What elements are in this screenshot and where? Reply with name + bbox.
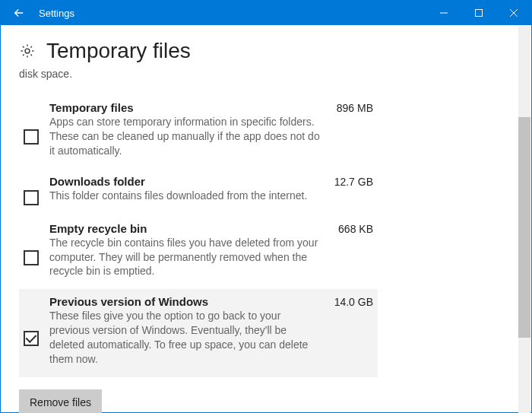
checkbox-temporary-files[interactable] — [24, 129, 39, 145]
gear-icon — [19, 43, 36, 59]
item-label: Downloads folder — [49, 175, 145, 188]
checkbox-downloads-folder[interactable] — [24, 190, 39, 205]
item-size: 668 KB — [323, 223, 373, 235]
scrollbar-thumb[interactable] — [518, 117, 530, 338]
item-size: 896 MB — [321, 102, 373, 114]
page-header: Temporary files — [19, 39, 513, 63]
item-label: Previous version of Windows — [49, 295, 208, 308]
item-temporary-files: Temporary files 896 MB Apps can store te… — [19, 95, 378, 169]
back-button[interactable] — [1, 1, 37, 25]
titlebar: Settings — [1, 1, 531, 25]
checkbox-previous-windows[interactable] — [24, 331, 39, 346]
minimize-button[interactable] — [426, 1, 461, 25]
settings-window: Settings Temporary files disk space. — [0, 0, 532, 413]
item-downloads-folder: Downloads folder 12.7 GB This folder con… — [19, 169, 378, 216]
item-description: These files give you the option to go ba… — [49, 309, 323, 367]
maximize-icon — [475, 9, 483, 17]
scrollbar-track[interactable] — [518, 26, 530, 413]
item-description: The recycle bin contains files you have … — [49, 236, 323, 279]
item-label: Empty recycle bin — [49, 222, 147, 235]
svg-rect-0 — [476, 10, 483, 17]
window-title: Settings — [37, 8, 74, 19]
close-button[interactable] — [496, 1, 531, 25]
item-description: This folder contains files downloaded fr… — [49, 189, 323, 203]
item-label: Temporary files — [49, 101, 134, 114]
maximize-button[interactable] — [461, 1, 496, 25]
item-previous-windows: Previous version of Windows 14.0 GB Thes… — [19, 289, 378, 377]
minimize-icon — [440, 9, 448, 17]
window-controls — [426, 1, 531, 25]
back-arrow-icon — [12, 6, 26, 20]
item-size: 12.7 GB — [319, 176, 373, 188]
item-size: 14.0 GB — [319, 296, 373, 308]
item-description: Apps can store temporary information in … — [49, 115, 323, 158]
close-icon — [510, 9, 518, 17]
page-content: Temporary files disk space. Temporary fi… — [1, 25, 531, 412]
truncated-text: disk space. — [19, 68, 513, 80]
svg-point-1 — [25, 49, 30, 53]
remove-files-button[interactable]: Remove files — [19, 389, 102, 413]
item-empty-recycle-bin: Empty recycle bin 668 KB The recycle bin… — [19, 216, 378, 290]
page-title: Temporary files — [46, 39, 191, 63]
checkbox-empty-recycle-bin[interactable] — [24, 250, 39, 265]
temp-files-list: Temporary files 896 MB Apps can store te… — [19, 95, 378, 377]
